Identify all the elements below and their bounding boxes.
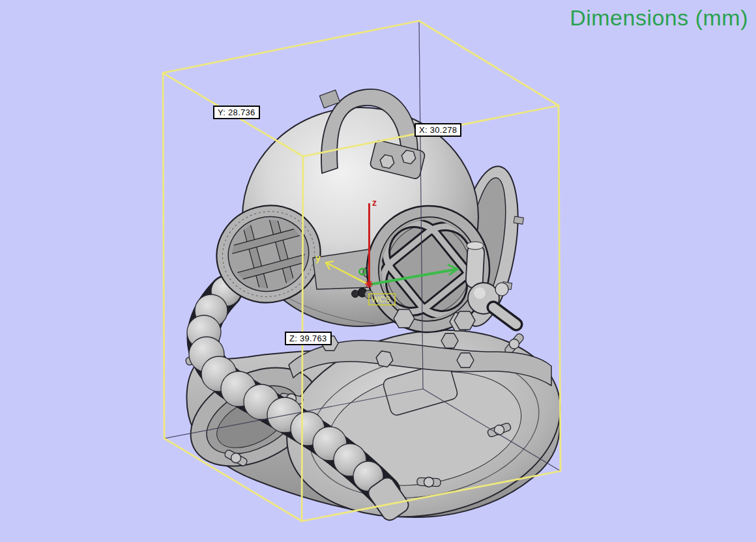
dimension-label-y: Y: 28.736	[213, 106, 260, 119]
scene-3d[interactable]: z y WCS	[0, 0, 756, 542]
wcs-label: WCS	[371, 295, 390, 304]
y-axis-label: y	[315, 253, 321, 263]
dimension-label-x: X: 30.278	[414, 123, 461, 137]
dimension-label-z: Z: 39.763	[285, 332, 332, 345]
wing-bolt	[417, 477, 441, 488]
page-title: Dimensions (mm)	[0, 5, 748, 31]
cad-viewport[interactable]: z y WCS Y: 28.736 X: 30.278 Z: 39.763 Di…	[0, 0, 756, 542]
helmet-model[interactable]	[174, 89, 576, 539]
z-axis-label: z	[372, 197, 377, 208]
